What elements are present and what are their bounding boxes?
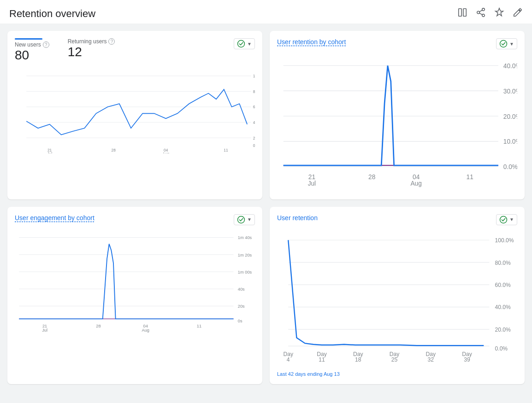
retention-line <box>288 240 484 345</box>
x-label-11: 11 <box>224 148 228 152</box>
dropdown-arrow-icon: ▼ <box>247 217 252 222</box>
y-0s: 0s <box>238 318 242 323</box>
x-11-r: 11 <box>319 356 325 363</box>
x-jul: Jul <box>308 180 316 187</box>
svg-point-26 <box>500 216 507 223</box>
x-39: 39 <box>464 356 470 363</box>
engagement-cohort-header: User engagement by cohort ▼ <box>15 214 255 225</box>
main-chart-line <box>26 89 247 134</box>
engagement-cohort-line <box>19 244 233 319</box>
svg-rect-0 <box>459 9 461 17</box>
y-20s: 20s <box>238 304 245 309</box>
x-aug: Aug <box>410 180 421 187</box>
y-40s: 40s <box>238 287 245 292</box>
x-18: 18 <box>355 356 361 363</box>
new-users-value: 80 <box>15 48 49 63</box>
retention-cohort-header: User retention by cohort ▼ <box>277 38 517 49</box>
y-0-ret: 0.0% <box>495 345 508 352</box>
svg-line-5 <box>479 13 482 15</box>
retention-cohort-title: User retention by cohort <box>277 38 346 46</box>
engagement-cohort-title: User engagement by cohort <box>15 214 95 222</box>
x-11: 11 <box>467 174 473 181</box>
stats-container: New users ? 80 Returning users ? 12 <box>15 38 115 64</box>
dropdown-arrow-icon: ▼ <box>509 41 514 47</box>
returning-users-label: Returning users ? <box>68 38 115 45</box>
users-overview-card: New users ? 80 Returning users ? 12 <box>7 31 262 199</box>
retention-line-chart: 100.0% 80.0% 60.0% 40.0% 20.0% 0.0% Day … <box>277 229 517 368</box>
new-users-help-icon[interactable]: ? <box>43 41 49 48</box>
retention-header: User retention ▼ <box>277 214 517 225</box>
retention-cohort-dropdown[interactable]: ▼ <box>496 38 517 49</box>
retention-title: User retention <box>277 214 318 222</box>
svg-rect-1 <box>463 9 466 17</box>
svg-point-7 <box>238 41 245 47</box>
svg-point-4 <box>482 14 485 17</box>
new-users-label: New users ? <box>15 41 49 48</box>
y-label-8: 8 <box>253 89 255 94</box>
engagement-cohort-line-chart: 1m 40s 1m 20s 1m 00s 40s 20s 0s 21 Jul 2… <box>15 229 255 336</box>
user-retention-card: User retention ▼ 100.0% 80.0% <box>270 207 525 384</box>
engagement-cohort-dropdown[interactable]: ▼ <box>234 214 255 225</box>
y-100: 100.0% <box>495 237 514 244</box>
svg-point-2 <box>482 8 485 11</box>
returning-users-value: 12 <box>68 45 115 59</box>
x-jul: Jul <box>42 328 47 333</box>
y-1m20: 1m 20s <box>238 252 252 257</box>
users-check-dropdown[interactable]: ▼ <box>234 38 255 49</box>
y-label-10: 10 <box>253 74 255 78</box>
returning-users-help-icon[interactable]: ? <box>108 38 115 45</box>
y-20: 20.0% <box>503 113 517 120</box>
x-label-jul: Jul <box>47 152 52 153</box>
y-label-4: 4 <box>253 120 255 125</box>
edit-icon[interactable] <box>513 7 523 20</box>
svg-line-6 <box>479 10 482 12</box>
share-icon[interactable] <box>476 7 486 20</box>
y-30: 30.0% <box>503 88 517 95</box>
user-retention-cohort-card: User retention by cohort ▼ 40.0% 30.0% <box>270 31 525 199</box>
svg-point-3 <box>477 11 480 14</box>
y-80: 80.0% <box>495 259 511 266</box>
svg-point-19 <box>238 216 245 223</box>
y-60: 60.0% <box>495 282 511 288</box>
x-28: 28 <box>368 174 376 181</box>
x-4: 4 <box>287 356 290 363</box>
y-20: 20.0% <box>495 327 511 333</box>
pin-icon[interactable] <box>494 7 504 20</box>
x-label-28: 28 <box>112 148 116 152</box>
x-25: 25 <box>391 356 398 363</box>
page-header: Retention overview <box>0 0 532 23</box>
users-chart: 10 8 6 4 2 0 21 Jul 28 04 Aug 11 <box>15 68 255 153</box>
retention-cohort-line <box>284 65 498 165</box>
engagement-cohort-chart: 1m 40s 1m 20s 1m 00s 40s 20s 0s 21 Jul 2… <box>15 229 255 336</box>
x-28: 28 <box>96 324 100 328</box>
x-11: 11 <box>197 324 201 328</box>
y-label-6: 6 <box>253 105 255 109</box>
y-label-0: 0 <box>253 143 255 148</box>
users-card-header: New users ? 80 Returning users ? 12 <box>15 38 255 64</box>
svg-point-13 <box>500 41 507 47</box>
header-toolbar <box>457 7 523 20</box>
new-users-stat: New users ? 80 <box>15 38 49 63</box>
y-0: 0.0% <box>503 164 517 170</box>
dashboard: New users ? 80 Returning users ? 12 <box>0 23 532 391</box>
y-1m00: 1m 00s <box>238 269 252 274</box>
y-1m40: 1m 40s <box>238 235 252 240</box>
compare-icon[interactable] <box>457 7 467 20</box>
y-10: 10.0% <box>503 138 517 145</box>
page-title: Retention overview <box>9 8 95 20</box>
y-40: 40.0% <box>495 304 511 310</box>
user-engagement-cohort-card: User engagement by cohort ▼ 1m 40s <box>7 207 262 384</box>
retention-cohort-chart: 40.0% 30.0% 20.0% 10.0% 0.0% 21 Jul 28 0… <box>277 53 517 192</box>
dropdown-arrow-icon: ▼ <box>509 217 514 222</box>
retention-footer: Last 42 days ending Aug 13 <box>277 371 517 377</box>
stats-row: New users ? 80 Returning users ? 12 <box>15 38 115 63</box>
users-line-chart: 10 8 6 4 2 0 21 Jul 28 04 Aug 11 <box>15 68 255 153</box>
x-label-aug: Aug <box>162 152 169 153</box>
x-aug: Aug <box>142 328 149 333</box>
retention-chart: 100.0% 80.0% 60.0% 40.0% 20.0% 0.0% Day … <box>277 229 517 368</box>
returning-users-stat: Returning users ? 12 <box>68 38 115 63</box>
y-label-2: 2 <box>253 136 255 140</box>
retention-dropdown[interactable]: ▼ <box>496 214 517 225</box>
retention-cohort-line-chart: 40.0% 30.0% 20.0% 10.0% 0.0% 21 Jul 28 0… <box>277 53 517 192</box>
y-40: 40.0% <box>503 63 517 70</box>
